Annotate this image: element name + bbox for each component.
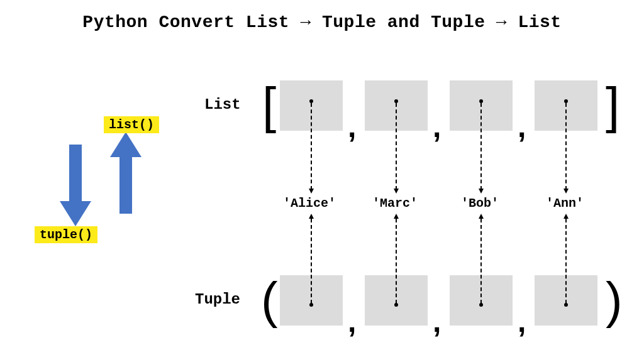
list-function-label: list() (104, 116, 159, 133)
arrowhead-down-icon (479, 189, 484, 194)
comma: , (518, 112, 526, 142)
arrowhead-up-icon (479, 214, 484, 219)
list-row-label: List (204, 96, 241, 113)
dashed-line (311, 103, 312, 190)
dashed-line (565, 103, 567, 190)
arrow-up-icon (110, 132, 142, 217)
dashed-line (396, 219, 397, 304)
arrowhead-up-icon (564, 214, 569, 219)
arrowhead-up-icon (394, 214, 399, 219)
item-name: 'Bob' (461, 196, 499, 211)
arrowhead-down-icon (394, 189, 399, 194)
paren-close: ) (606, 275, 623, 326)
comma: , (348, 112, 356, 142)
comma: , (348, 307, 356, 337)
dashed-line (396, 103, 397, 190)
tuple-function-label: tuple() (35, 226, 97, 243)
arrowhead-up-icon (309, 214, 314, 219)
tuple-row-label: Tuple (195, 291, 240, 308)
svg-marker-1 (60, 201, 91, 226)
dashed-line (565, 219, 567, 304)
arrow-down-icon (60, 145, 91, 229)
svg-rect-0 (69, 145, 82, 201)
dashed-line (480, 219, 482, 304)
comma: , (433, 112, 441, 142)
svg-rect-3 (119, 157, 132, 214)
comma: , (518, 307, 526, 337)
arrowhead-down-icon (309, 189, 314, 194)
dashed-line (480, 103, 482, 190)
bracket-open: [ (262, 80, 276, 131)
comma: , (433, 307, 441, 337)
item-name: 'Marc' (372, 196, 418, 211)
arrowhead-down-icon (564, 189, 569, 194)
bracket-close: ] (606, 80, 619, 131)
item-name: 'Alice' (283, 196, 336, 211)
page-title: Python Convert List → Tuple and Tuple → … (0, 13, 644, 32)
item-name: 'Ann' (546, 196, 584, 211)
svg-marker-2 (110, 132, 142, 157)
dashed-line (311, 219, 312, 304)
paren-open: ( (261, 275, 278, 326)
